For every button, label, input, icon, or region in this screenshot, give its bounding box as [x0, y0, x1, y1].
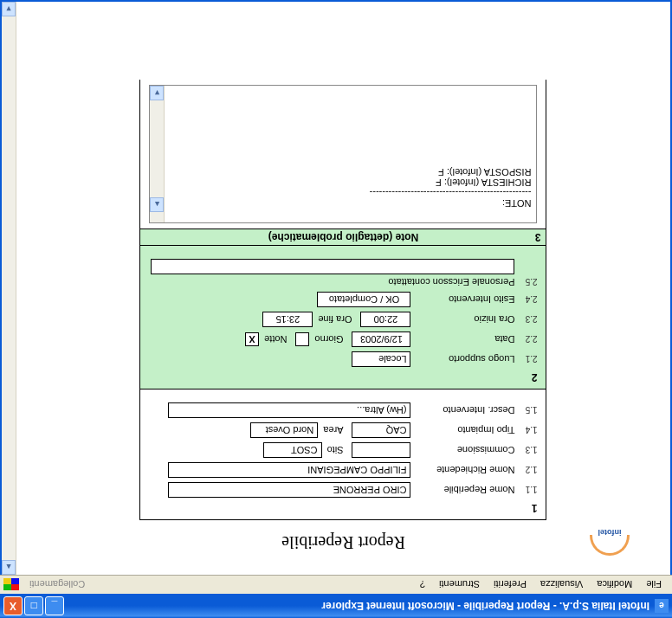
data-field[interactable]: 12/9/2003: [352, 332, 411, 347]
row-luogo-supporto: 2.1 Luogo supporto Locale: [150, 351, 538, 367]
menubar: File Modifica Visualizza Preferiti Strum…: [0, 575, 672, 594]
field-label: Nome Reperibile: [411, 485, 515, 495]
nome-reperibile-field[interactable]: CIRO PERRONE: [169, 482, 411, 498]
field-label: Ora Inizio: [411, 314, 515, 325]
field-num: 1.2: [515, 466, 538, 475]
window-titlebar: e Infotel Italia S.p.A. - Report Reperib…: [0, 594, 672, 618]
menu-visualizza[interactable]: Visualizza: [533, 578, 590, 592]
ie-icon: e: [655, 599, 669, 613]
row-esito: 2.4 Esito Intervento OK / Completato: [150, 292, 538, 307]
infotel-logo: infotel: [584, 522, 636, 563]
report-form: 1 1.1 Nome Reperibile CIRO PERRONE 1.2 N…: [140, 229, 547, 520]
row-personale-value: [150, 259, 538, 274]
section-3-number: 3: [535, 231, 541, 243]
field-label: Commissione: [411, 445, 515, 455]
notes-container: NOTE: ----------------------------------…: [140, 80, 547, 229]
field-label: Luogo supporto: [411, 354, 515, 364]
field-label: Descr. Intervento: [411, 405, 515, 415]
scroll-up-icon[interactable]: ▲: [2, 560, 16, 575]
sito-field[interactable]: CSOT: [263, 442, 322, 458]
windows-flag-icon[interactable]: [3, 579, 19, 591]
close-button[interactable]: X: [3, 596, 23, 615]
row-ora: 2.3 Ora Inizio 22:00 Ora fine 23:15: [150, 312, 538, 327]
sito-label: Sito: [327, 445, 344, 455]
field-label: Nome Richiedente: [411, 465, 515, 475]
esito-intervento-field[interactable]: OK / Completato: [318, 292, 411, 307]
commissione-field[interactable]: [352, 442, 411, 458]
nome-richiedente-field[interactable]: FILIPPO CAMPEGIANI: [169, 462, 411, 478]
menu-modifica[interactable]: Modifica: [590, 578, 639, 592]
row-descr-intervento: 1.5 Descr. Intervento (Hw) Altra...: [150, 402, 538, 418]
row-tipo-impianto: 1.4 Tipo Impianto CAQ Area Nord Ovest: [150, 422, 538, 438]
section-3-header: 3 Note (dettaglio problematiche): [141, 229, 546, 246]
ora-inizio-field[interactable]: 22:00: [361, 312, 411, 327]
field-num: 1.5: [515, 406, 538, 415]
field-label: Personale Ericsson contattato: [388, 277, 514, 287]
section-3-title: Note (dettaglio problematiche): [268, 231, 418, 243]
menu-help[interactable]: ?: [413, 578, 432, 592]
tipo-impianto-field[interactable]: CAQ: [352, 422, 411, 438]
notte-checkbox[interactable]: X: [245, 332, 259, 346]
field-label: Esito Intervento: [411, 294, 515, 305]
field-label: Tipo Impianto: [411, 425, 515, 435]
field-num: 2.3: [515, 315, 538, 325]
window-title: Infotel Italia S.p.A. - Report Reperibil…: [64, 600, 649, 612]
row-commissione: 1.3 Commissione Sito CSOT: [150, 442, 538, 458]
field-num: 2.2: [515, 335, 538, 344]
section-1-number: 1: [150, 502, 538, 514]
personale-ericsson-field[interactable]: [152, 259, 515, 274]
field-num: 2.5: [515, 278, 538, 287]
area-field[interactable]: Nord Ovest: [250, 422, 318, 438]
notte-label: Notte: [264, 334, 287, 344]
scroll-up-icon[interactable]: ▲: [151, 197, 165, 212]
menu-strumenti[interactable]: Strumenti: [432, 578, 487, 592]
field-num: 1.3: [515, 446, 538, 455]
page-title: Report Reperibile: [281, 532, 405, 552]
area-label: Area: [323, 425, 343, 435]
scroll-down-icon[interactable]: ▼: [151, 86, 165, 100]
descr-intervento-field[interactable]: (Hw) Altra...: [169, 402, 411, 418]
maximize-button[interactable]: □: [24, 596, 43, 615]
giorno-checkbox[interactable]: [295, 332, 309, 346]
field-num: 2.4: [515, 295, 538, 305]
section-1: 1 1.1 Nome Reperibile CIRO PERRONE 1.2 N…: [141, 389, 546, 519]
section-2-number: 2: [150, 371, 538, 383]
page-scrollbar[interactable]: ▲ ▼: [2, 2, 16, 575]
menu-file[interactable]: File: [639, 578, 669, 592]
links-label: Collegamenti: [23, 580, 85, 590]
row-nome-richiedente: 1.2 Nome Richiedente FILIPPO CAMPEGIANI: [150, 462, 538, 478]
row-data: 2.2 Data 12/9/2003 Giorno Notte X: [150, 332, 538, 347]
row-nome-reperibile: 1.1 Nome Reperibile CIRO PERRONE: [150, 482, 538, 498]
notes-textarea[interactable]: NOTE: ----------------------------------…: [150, 85, 538, 223]
scroll-down-icon[interactable]: ▼: [2, 2, 16, 16]
notes-scrollbar[interactable]: ▲ ▼: [151, 86, 165, 222]
giorno-label: Giorno: [314, 334, 343, 344]
menu-preferiti[interactable]: Preferiti: [487, 578, 533, 592]
field-num: 2.1: [515, 355, 538, 364]
luogo-supporto-field[interactable]: Locale: [352, 351, 411, 367]
browser-viewport: infotel Report Reperibile 1 1.1 Nome Rep…: [0, 0, 672, 575]
field-label: Data: [411, 334, 515, 344]
minimize-button[interactable]: _: [45, 596, 64, 615]
ora-fine-field[interactable]: 23:15: [262, 312, 313, 327]
ora-fine-label: Ora fine: [318, 314, 352, 325]
logo-text: infotel: [598, 529, 622, 538]
section-2: 2 2.1 Luogo supporto Locale 2.2 Data 12/…: [141, 246, 546, 389]
row-personale-ericsson: 2.5 Personale Ericsson contattato: [150, 277, 538, 287]
field-num: 1.1: [515, 486, 538, 495]
notes-text: NOTE: ----------------------------------…: [370, 167, 532, 209]
field-num: 1.4: [515, 426, 538, 435]
